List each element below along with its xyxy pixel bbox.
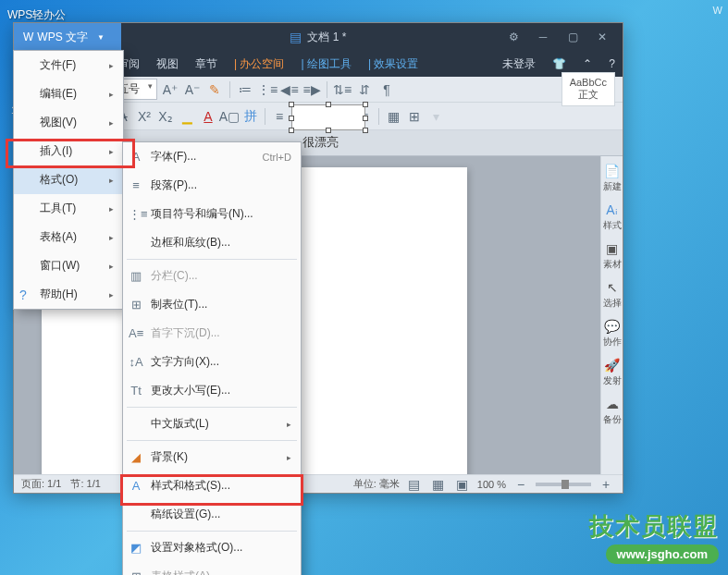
side-backup[interactable]: ☁备份: [603, 397, 622, 426]
menu-help[interactable]: ?帮助(H)▸: [14, 280, 123, 309]
status-unit: 单位: 毫米: [353, 477, 400, 491]
menu-edit[interactable]: 编辑(E)▸: [14, 80, 123, 108]
side-new[interactable]: 📄新建: [603, 164, 622, 193]
more-icon[interactable]: ▾: [426, 107, 445, 126]
menu-drawing-tools[interactable]: | 绘图工具: [293, 53, 358, 76]
table-icon: ⊞: [129, 569, 143, 575]
side-style[interactable]: Aᵢ样式: [603, 202, 622, 232]
submenu-genko[interactable]: 稿纸设置(G)...: [123, 500, 301, 529]
menu-window[interactable]: 窗口(W)▸: [14, 251, 123, 280]
submenu-styles[interactable]: A样式和格式(S)...: [123, 471, 301, 500]
dropcap-icon: A≡: [129, 326, 143, 340]
menu-office-space[interactable]: | 办公空间: [227, 53, 291, 76]
increase-indent-icon[interactable]: ≡▶: [302, 80, 321, 99]
desktop-shortcut-label: WPS轻办公: [7, 7, 66, 23]
style-sample: AaBbCc: [570, 77, 607, 88]
close-button[interactable]: ✕: [591, 31, 613, 43]
superscript-icon[interactable]: X²: [135, 107, 154, 126]
submenu-font[interactable]: A字体(F)...Ctrl+D: [123, 142, 301, 171]
menu-effect-settings[interactable]: | 效果设置: [361, 53, 426, 76]
shrink-font-icon[interactable]: A⁻: [183, 80, 202, 99]
title-center: ▤ 文档 1 *: [290, 30, 346, 45]
submenu-cjk[interactable]: 中文版式(L)▸: [123, 410, 301, 438]
submenu-columns: ▥分栏(C)...: [123, 262, 301, 290]
submenu-object-format[interactable]: ◩设置对象格式(O)...: [123, 533, 301, 562]
cursor-icon: ↖: [607, 280, 618, 295]
menu-table[interactable]: 表格(A)▸: [14, 223, 123, 251]
phonetic-icon[interactable]: 拼: [241, 107, 260, 126]
dropdown-icon: ▼: [97, 33, 105, 42]
titlebar: W WPS 文字 ▼ ▤ 文档 1 * ⚙ ─ ▢ ✕: [14, 23, 623, 51]
document-title: 文档 1 *: [307, 30, 346, 45]
plus-icon: 📄: [604, 164, 620, 178]
view-outline-icon[interactable]: ▦: [429, 475, 448, 494]
view-web-icon[interactable]: ▣: [453, 475, 472, 494]
side-send[interactable]: 🚀发射: [603, 358, 622, 387]
window-controls: ⚙ ─ ▢ ✕: [502, 31, 623, 43]
style-gallery-item[interactable]: AaBbCc 正文: [561, 72, 615, 106]
menu-view-dd[interactable]: 视图(V)▸: [14, 108, 123, 137]
zoom-out-icon[interactable]: −: [512, 475, 530, 494]
submenu-textdir[interactable]: ↕A文字方向(X)...: [123, 348, 301, 376]
subscript-icon[interactable]: X₂: [156, 107, 175, 126]
maximize-button[interactable]: ▢: [561, 31, 584, 43]
submenu-borders[interactable]: 边框和底纹(B)...: [123, 228, 301, 257]
watermark-cn: 技术员联盟: [589, 510, 719, 543]
menu-format[interactable]: 格式(O)▸: [14, 165, 123, 194]
paragraph-mark-icon[interactable]: ¶: [377, 80, 396, 99]
side-material[interactable]: ▣素材: [603, 241, 622, 271]
sort-icon[interactable]: ⇵: [355, 80, 374, 99]
menu-insert[interactable]: 插入(I)▸: [14, 137, 123, 165]
submenu-changecase[interactable]: Tt更改大小写(E)...: [123, 376, 301, 405]
app-menu-button[interactable]: W WPS 文字 ▼: [14, 23, 121, 51]
style-name: 正文: [570, 88, 607, 102]
style-a-icon: Aᵢ: [606, 202, 617, 217]
minimize-button[interactable]: ─: [532, 31, 554, 43]
submenu-paragraph[interactable]: ≡段落(P)...: [123, 171, 301, 200]
styles-icon: A: [129, 479, 143, 493]
shortcut-text: Ctrl+D: [263, 152, 291, 163]
columns-icon: ▥: [129, 269, 143, 283]
menu-file[interactable]: 文件(F)▸: [14, 51, 123, 80]
line-spacing-icon[interactable]: ⇅≡: [333, 80, 352, 99]
submenu-bullets[interactable]: ⋮≡项目符号和编号(N)...: [123, 200, 301, 228]
list-icon: ⋮≡: [129, 207, 143, 221]
help-circle-icon: ?: [19, 288, 27, 302]
skin-icon[interactable]: 👕: [545, 54, 574, 74]
object-icon: ◩: [129, 541, 143, 555]
tabs-icon: ⊞: [129, 298, 143, 312]
zoom-in-icon[interactable]: +: [597, 475, 615, 494]
login-link[interactable]: 未登录: [495, 56, 543, 72]
selected-text-box[interactable]: [291, 104, 365, 130]
bullets-icon[interactable]: ≔: [236, 80, 254, 99]
watermark-url: www.jsgho.com: [606, 544, 719, 564]
statusbar: 页面: 1/1 节: 1/1 单位: 毫米 ▤ ▦ ▣ 100 % − +: [14, 474, 623, 493]
zoom-slider[interactable]: [536, 483, 591, 486]
watermark-logo: 技术员联盟 www.jsgho.com: [589, 510, 719, 564]
highlight-icon[interactable]: ▁: [178, 107, 196, 126]
char-border-icon[interactable]: A▢: [220, 107, 239, 126]
box-icon: ▣: [606, 241, 618, 256]
font-color-icon[interactable]: A: [199, 107, 217, 126]
clear-format-icon[interactable]: ✎: [205, 80, 224, 99]
side-select[interactable]: ↖选择: [603, 280, 622, 310]
chevron-up-icon[interactable]: ⌃: [575, 54, 599, 74]
app-main-menu: 文件(F)▸ 编辑(E)▸ 视图(V)▸ 插入(I)▸ 格式(O)▸ 工具(T)…: [13, 50, 124, 310]
submenu-tabs[interactable]: ⊞制表位(T)...: [123, 290, 301, 319]
settings-icon[interactable]: ⚙: [502, 31, 524, 43]
numbering-icon[interactable]: ⋮≡: [258, 80, 277, 99]
menu-tools[interactable]: 工具(T)▸: [14, 194, 123, 223]
menu-view[interactable]: 视图: [149, 53, 186, 76]
zoom-value: 100 %: [477, 479, 506, 490]
align-left-icon[interactable]: ≡: [270, 107, 289, 126]
border-icon[interactable]: ⊞: [405, 107, 424, 126]
submenu-background[interactable]: ◢背景(K)▸: [123, 443, 301, 471]
shading-icon[interactable]: ▦: [384, 107, 402, 126]
grow-font-icon[interactable]: A⁺: [161, 80, 179, 99]
view-print-icon[interactable]: ▤: [405, 475, 424, 494]
help-icon[interactable]: ?: [601, 54, 623, 74]
shape-text-content: 很漂亮: [302, 134, 339, 151]
menu-chapter[interactable]: 章节: [188, 53, 225, 76]
side-collab[interactable]: 💬协作: [603, 319, 622, 349]
decrease-indent-icon[interactable]: ◀≡: [280, 80, 299, 99]
